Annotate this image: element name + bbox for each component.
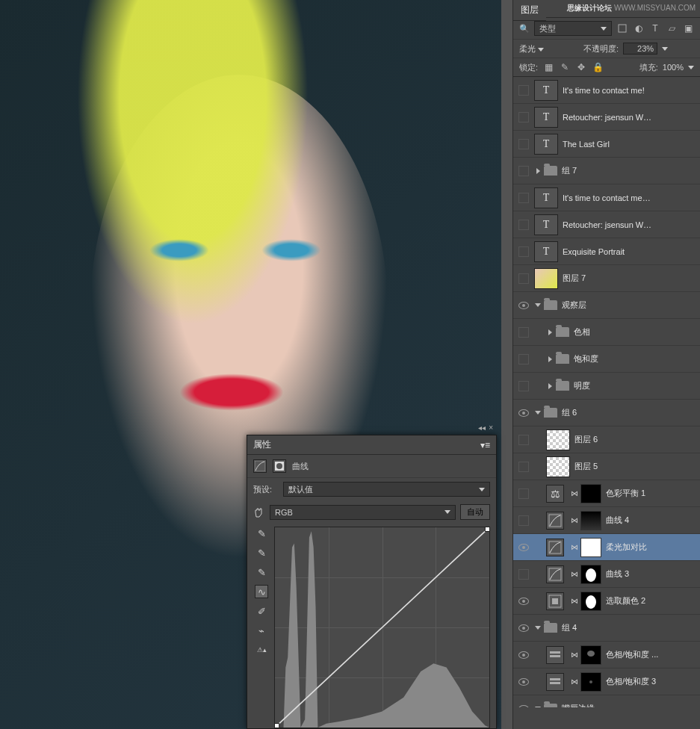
link-icon[interactable]: ⋈ — [570, 489, 579, 498]
layer-name[interactable]: 组 6 — [562, 407, 577, 418]
layer-name[interactable]: 图层 6 — [574, 434, 598, 445]
filter-dropdown[interactable]: 类型 — [534, 21, 612, 36]
filter-pixel-icon[interactable] — [616, 22, 628, 34]
layer-name[interactable]: 柔光加对比 — [606, 542, 647, 553]
filter-adjust-icon[interactable]: ◐ — [633, 22, 645, 34]
layer-row[interactable]: ⋈色相/饱和度 3 — [513, 668, 700, 695]
disclosure-icon[interactable] — [534, 302, 542, 309]
lock-pixels-icon[interactable]: ✎ — [559, 61, 571, 73]
layer-name[interactable]: Retoucher: jsensun Wech... — [563, 220, 652, 229]
layer-name[interactable]: Retoucher: jsensun Wech... — [563, 113, 652, 122]
visibility-icon[interactable] — [518, 598, 529, 605]
layer-name[interactable]: It's time to contact me! — [563, 86, 645, 95]
disclosure-icon[interactable] — [534, 409, 542, 417]
eyedropper-gray-icon[interactable]: ✎ — [255, 546, 268, 559]
visibility-toggle[interactable] — [518, 246, 529, 257]
chevron-down-icon[interactable] — [688, 66, 694, 69]
visibility-toggle[interactable] — [518, 488, 529, 499]
visibility-icon[interactable] — [518, 409, 529, 417]
layer-row[interactable]: TRetoucher: jsensun Wech... — [513, 104, 700, 131]
layer-name[interactable]: Exquisite Portrait — [563, 247, 625, 256]
visibility-toggle[interactable] — [518, 327, 529, 338]
visibility-toggle[interactable] — [518, 381, 529, 391]
disclosure-icon[interactable] — [546, 356, 554, 363]
layer-row[interactable]: TRetoucher: jsensun Wech... — [513, 211, 700, 238]
lock-transparent-icon[interactable]: ▦ — [542, 61, 554, 73]
layer-row[interactable]: ⋈选取颜色 2 — [513, 588, 700, 615]
link-icon[interactable]: ⋈ — [570, 570, 579, 579]
layer-name[interactable]: 组 4 — [562, 622, 577, 633]
visibility-toggle[interactable] — [518, 220, 529, 230]
disclosure-icon[interactable] — [534, 167, 542, 175]
layer-name[interactable]: 明度 — [574, 380, 590, 391]
panel-menu-icon[interactable]: ▾≡ — [480, 440, 490, 450]
layer-row[interactable]: 图层 7 — [513, 265, 700, 292]
visibility-toggle[interactable] — [518, 354, 529, 364]
layer-row[interactable]: 明度 — [513, 373, 700, 400]
pencil-icon[interactable]: ✐ — [255, 604, 268, 618]
layer-row[interactable]: 图层 6 — [513, 426, 700, 453]
visibility-toggle[interactable] — [518, 515, 529, 526]
layer-name[interactable]: 色相/饱和度 ... — [606, 649, 658, 660]
visibility-toggle[interactable] — [518, 273, 529, 284]
layer-row[interactable]: ⋈色相/饱和度 ... — [513, 642, 700, 668]
layer-row[interactable]: 观察层 — [513, 292, 700, 319]
link-icon[interactable]: ⋈ — [570, 543, 579, 552]
hand-tool-icon[interactable] — [253, 506, 265, 518]
layer-name[interactable]: 色相/饱和度 3 — [606, 676, 656, 687]
layer-name[interactable]: 曲线 4 — [606, 515, 629, 526]
mask-thumbnail[interactable] — [580, 538, 601, 557]
visibility-toggle[interactable] — [518, 569, 529, 580]
filter-smart-icon[interactable]: ▣ — [682, 22, 694, 34]
disclosure-icon[interactable] — [534, 624, 542, 632]
layer-row[interactable]: ⋈柔光加对比 — [513, 534, 700, 561]
visibility-icon[interactable] — [518, 705, 529, 708]
layer-row[interactable]: TExquisite Portrait — [513, 238, 700, 265]
eyedropper-black-icon[interactable]: ✎ — [255, 527, 268, 540]
opacity-input[interactable]: 23% — [623, 43, 657, 55]
disclosure-icon[interactable] — [546, 329, 554, 336]
link-icon[interactable]: ⋈ — [570, 677, 579, 686]
disclosure-icon[interactable] — [534, 705, 542, 708]
visibility-toggle[interactable] — [518, 112, 529, 122]
layer-name[interactable]: 嘴唇边缘 — [562, 703, 595, 707]
lock-position-icon[interactable]: ✥ — [575, 61, 587, 73]
link-icon[interactable]: ⋈ — [570, 516, 579, 525]
disclosure-icon[interactable] — [546, 382, 554, 390]
layer-row[interactable]: ⚖⋈色彩平衡 1 — [513, 480, 700, 507]
eyedropper-white-icon[interactable]: ✎ — [255, 565, 268, 579]
layer-name[interactable]: It's time to contact me! ... — [563, 193, 652, 202]
layer-row[interactable]: 组 6 — [513, 400, 700, 426]
fill-input[interactable]: 100% — [663, 63, 684, 72]
layer-name[interactable]: 图层 5 — [574, 461, 598, 472]
chevron-down-icon[interactable] — [662, 47, 668, 51]
layer-row[interactable]: ⋈曲线 4 — [513, 507, 700, 534]
visibility-toggle[interactable] — [518, 462, 529, 472]
layer-row[interactable]: 组 7 — [513, 158, 700, 184]
layers-tab[interactable]: 图层 — [513, 0, 546, 21]
layer-row[interactable]: TIt's time to contact me! — [513, 77, 700, 104]
link-icon[interactable]: ⋈ — [570, 597, 579, 606]
visibility-icon[interactable] — [518, 678, 529, 686]
channel-dropdown[interactable]: RGB — [270, 505, 456, 520]
link-icon[interactable]: ⋈ — [570, 651, 579, 660]
visibility-toggle[interactable] — [518, 166, 529, 176]
layer-name[interactable]: 色相 — [574, 326, 590, 338]
layer-name[interactable]: 色彩平衡 1 — [606, 488, 645, 499]
filter-text-icon[interactable]: T — [649, 22, 661, 34]
mask-thumbnail[interactable] — [580, 672, 601, 692]
filter-kind-icon[interactable]: 🔍 — [519, 24, 530, 34]
layers-list[interactable]: TIt's time to contact me!TRetoucher: jse… — [513, 77, 700, 707]
visibility-icon[interactable] — [518, 651, 529, 659]
preset-dropdown[interactable]: 默认值 — [283, 482, 490, 497]
mask-thumbnail[interactable] — [580, 645, 601, 665]
collapse-icon[interactable]: ◂◂ — [478, 424, 486, 432]
curve-line[interactable] — [275, 527, 489, 728]
mask-thumbnail[interactable] — [580, 511, 601, 530]
properties-panel[interactable]: ◂◂ × 属性 ▾≡ 曲线 预设: 默认值 RGB 自动 ✎ ✎ — [247, 435, 497, 729]
visibility-icon[interactable] — [518, 544, 529, 551]
layer-row[interactable]: TIt's time to contact me! ... — [513, 184, 700, 211]
layer-name[interactable]: The Last Girl — [563, 140, 610, 149]
layer-name[interactable]: 选取颜色 2 — [606, 595, 645, 607]
visibility-toggle[interactable] — [518, 85, 529, 96]
